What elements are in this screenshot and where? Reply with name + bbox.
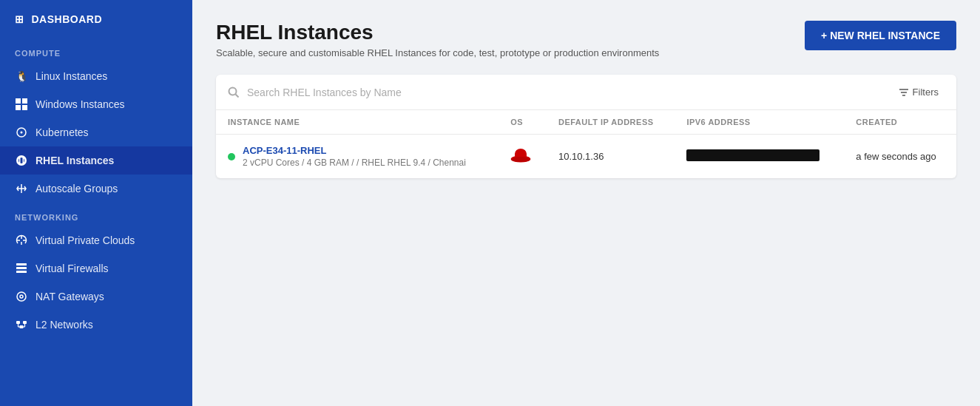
vpc-icon: [15, 234, 28, 247]
svg-rect-11: [16, 321, 20, 324]
compute-section: COMPUTE 🐧 Linux Instances Windows Instan…: [0, 38, 192, 203]
page-title-block: RHEL Instances Scalable, secure and cust…: [216, 21, 659, 58]
main-content: RHEL Instances Scalable, secure and cust…: [192, 0, 980, 406]
instance-name-link[interactable]: ACP-E34-11-RHEL: [243, 145, 466, 156]
svg-rect-7: [16, 267, 27, 269]
os-icon: [510, 148, 531, 166]
l2-icon: [15, 318, 28, 331]
sidebar-item-label: Windows Instances: [36, 98, 125, 110]
linux-icon: 🐧: [15, 70, 28, 83]
ipv6-cell: [675, 135, 844, 179]
dashboard-label: DASHBOARD: [32, 13, 103, 25]
ipv6-redacted-value: [686, 149, 820, 161]
instances-table-card: Filters INSTANCE NAME OS DEFAULT IP ADDR…: [216, 75, 956, 178]
svg-point-27: [511, 157, 530, 162]
instance-name-cell: ACP-E34-11-RHEL 2 vCPU Cores / 4 GB RAM …: [216, 135, 499, 179]
sidebar-item-label: Kubernetes: [36, 126, 89, 138]
sidebar-item-rhel-instances[interactable]: RHEL Instances: [0, 146, 192, 175]
svg-rect-3: [22, 105, 27, 110]
svg-rect-8: [16, 271, 27, 273]
os-cell: [499, 135, 547, 179]
sidebar-item-nat-gateways[interactable]: NAT Gateways: [0, 282, 192, 311]
col-instance-name: INSTANCE NAME: [216, 110, 499, 135]
search-bar: Filters: [216, 75, 956, 110]
rhel-icon: [15, 154, 28, 167]
compute-section-label: COMPUTE: [0, 38, 192, 62]
search-icon: [228, 87, 240, 98]
col-ip: DEFAULT IP ADDRESS: [547, 110, 675, 135]
filters-button[interactable]: Filters: [893, 84, 944, 101]
sidebar-item-label: RHEL Instances: [36, 155, 114, 166]
svg-point-10: [20, 295, 23, 298]
nat-icon: [15, 290, 28, 303]
new-rhel-instance-button[interactable]: + NEW RHEL INSTANCE: [805, 21, 956, 50]
page-subtitle: Scalable, secure and customisable RHEL I…: [216, 47, 659, 58]
sidebar-item-label: L2 Networks: [36, 319, 93, 331]
sidebar-item-linux-instances[interactable]: 🐧 Linux Instances: [0, 62, 192, 90]
svg-rect-0: [16, 98, 21, 104]
sidebar: ⊞ DASHBOARD COMPUTE 🐧 Linux Instances Wi…: [0, 0, 192, 406]
created-cell: a few seconds ago: [844, 135, 956, 179]
dashboard-icon: ⊞: [15, 13, 24, 25]
table-row: ACP-E34-11-RHEL 2 vCPU Cores / 4 GB RAM …: [216, 135, 956, 179]
networking-section-label: NETWORKING: [0, 203, 192, 226]
svg-point-5: [21, 132, 23, 134]
svg-rect-1: [22, 98, 27, 104]
search-input[interactable]: [247, 87, 885, 98]
networking-section: NETWORKING Virtual Private Clouds Virtua…: [0, 203, 192, 339]
sidebar-item-windows-instances[interactable]: Windows Instances: [0, 90, 192, 118]
windows-icon: [15, 98, 28, 111]
sidebar-item-vpc[interactable]: Virtual Private Clouds: [0, 226, 192, 254]
sidebar-item-label: Autoscale Groups: [36, 183, 118, 194]
svg-rect-6: [16, 263, 27, 265]
firewall-icon: [15, 262, 28, 275]
sidebar-item-virtual-firewalls[interactable]: Virtual Firewalls: [0, 254, 192, 282]
sidebar-item-l2-networks[interactable]: L2 Networks: [0, 311, 192, 339]
sidebar-item-label: Linux Instances: [36, 70, 107, 82]
instances-table: INSTANCE NAME OS DEFAULT IP ADDRESS IPv6…: [216, 110, 956, 178]
page-title: RHEL Instances: [216, 21, 659, 44]
ip-cell: 10.10.1.36: [547, 135, 675, 179]
autoscale-icon: [15, 182, 28, 195]
sidebar-item-label: Virtual Firewalls: [36, 263, 109, 274]
page-header: RHEL Instances Scalable, secure and cust…: [216, 21, 956, 58]
svg-line-19: [236, 94, 239, 97]
sidebar-item-autoscale-groups[interactable]: Autoscale Groups: [0, 175, 192, 203]
col-ipv6: IPv6 ADDRESS: [675, 110, 844, 135]
col-os: OS: [499, 110, 547, 135]
svg-point-18: [229, 87, 237, 95]
table-header-row: INSTANCE NAME OS DEFAULT IP ADDRESS IPv6…: [216, 110, 956, 135]
svg-rect-2: [16, 105, 21, 110]
status-dot-active: [228, 153, 235, 160]
sidebar-item-kubernetes[interactable]: Kubernetes: [0, 118, 192, 146]
dashboard-nav-item[interactable]: ⊞ DASHBOARD: [0, 0, 192, 38]
svg-rect-12: [23, 321, 27, 324]
col-created: CREATED: [844, 110, 956, 135]
filters-label: Filters: [913, 87, 939, 98]
instance-specs: 2 vCPU Cores / 4 GB RAM / / RHEL RHEL 9.…: [243, 158, 466, 168]
kubernetes-icon: [15, 126, 28, 139]
svg-point-9: [17, 292, 26, 301]
sidebar-item-label: Virtual Private Clouds: [36, 234, 135, 246]
sidebar-item-label: NAT Gateways: [36, 291, 104, 302]
